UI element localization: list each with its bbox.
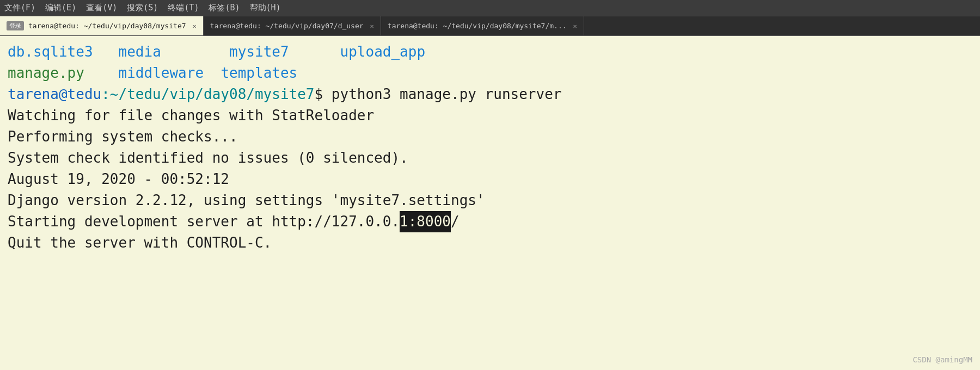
- terminal-line-line2: manage.py middleware templates: [8, 63, 975, 84]
- terminal-line-line7: System check identified no issues (0 sil…: [8, 147, 975, 169]
- terminal-line-line5: Performing system checks...: [8, 126, 975, 147]
- menu-help[interactable]: 帮助(H): [250, 3, 281, 13]
- terminal-line-line9: Django version 2.2.12, using settings 'm…: [8, 190, 975, 211]
- menu-file[interactable]: 文件(F): [4, 3, 35, 13]
- terminal-line-line8: August 19, 2020 - 00:52:12: [8, 169, 975, 190]
- login-badge: 登录: [7, 21, 24, 30]
- tab-1-close[interactable]: ✕: [193, 22, 197, 30]
- menu-bar: 文件(F) 编辑(E) 查看(V) 搜索(S) 终端(T) 标签(B) 帮助(H…: [0, 0, 980, 16]
- terminal-line-line3: tarena@tedu:~/tedu/vip/day08/mysite7$ py…: [8, 84, 975, 105]
- tab-1[interactable]: 登录 tarena@tedu: ~/tedu/vip/day08/mysite7…: [0, 16, 204, 35]
- terminal-content: db.sqlite3 media mysite7 upload_appmanag…: [0, 36, 980, 370]
- tab-1-label: tarena@tedu: ~/tedu/vip/day08/mysite7: [28, 22, 186, 30]
- tab-3-close[interactable]: ✕: [573, 22, 577, 30]
- menu-view[interactable]: 查看(V): [86, 3, 117, 13]
- menu-edit[interactable]: 编辑(E): [45, 3, 76, 13]
- tab-3[interactable]: tarena@tedu: ~/tedu/vip/day08/mysite7/m.…: [381, 16, 584, 35]
- terminal-line-line11: Quit the server with CONTROL-C.: [8, 232, 975, 254]
- watermark: CSDN @amingMM: [912, 354, 972, 366]
- menu-search[interactable]: 搜索(S): [127, 3, 158, 13]
- tab-3-label: tarena@tedu: ~/tedu/vip/day08/mysite7/m.…: [388, 22, 567, 30]
- tab-2[interactable]: tarena@tedu: ~/tedu/vip/day07/d_user ✕: [204, 16, 381, 35]
- terminal-line-line4: Watching for file changes with StatReloa…: [8, 105, 975, 126]
- menu-terminal[interactable]: 终端(T): [168, 3, 199, 13]
- terminal-line-line1: db.sqlite3 media mysite7 upload_app: [8, 41, 975, 63]
- tab-bar: 登录 tarena@tedu: ~/tedu/vip/day08/mysite7…: [0, 16, 980, 36]
- terminal-line-line10: Starting development server at http://12…: [8, 211, 975, 232]
- tab-2-close[interactable]: ✕: [370, 22, 374, 30]
- menu-tags[interactable]: 标签(B): [209, 3, 240, 13]
- tab-2-label: tarena@tedu: ~/tedu/vip/day07/d_user: [210, 22, 364, 30]
